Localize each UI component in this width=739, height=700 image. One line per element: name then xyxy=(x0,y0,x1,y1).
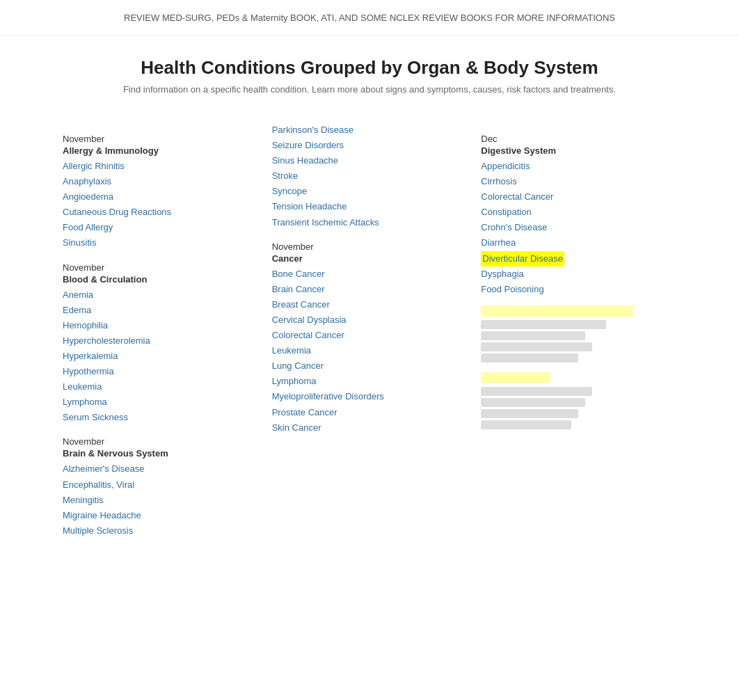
link-migraine[interactable]: Migraine Headache xyxy=(63,508,258,523)
link-cervical-dysplasia[interactable]: Cervical Dysplasia xyxy=(272,312,468,328)
page-subtitle: Find information on a specific health co… xyxy=(0,84,739,95)
link-breast-cancer[interactable]: Breast Cancer xyxy=(272,297,468,312)
blurred-line-5 xyxy=(481,387,592,396)
link-food-poisoning[interactable]: Food Poisoning xyxy=(481,282,676,297)
link-meningitis[interactable]: Meningitis xyxy=(63,493,258,508)
section-brain: November Brain & Nervous System Alzheime… xyxy=(63,436,258,538)
link-lymphoma-blood[interactable]: Lymphoma xyxy=(63,395,258,410)
section-blood: November Blood & Circulation Anemia Edem… xyxy=(63,262,258,426)
link-encephalitis[interactable]: Encephalitis, Viral xyxy=(63,477,258,493)
link-multiple-sclerosis[interactable]: Multiple Sclerosis xyxy=(63,523,258,539)
link-transient-ischemic[interactable]: Transient Ischemic Attacks xyxy=(272,215,468,230)
category-digestive: Digestive System xyxy=(481,145,676,156)
link-prostate-cancer[interactable]: Prostate Cancer xyxy=(272,405,468,420)
link-dysphagia[interactable]: Dysphagia xyxy=(481,267,676,282)
column-3: Dec Digestive System Appendicitis Cirrho… xyxy=(474,122,683,547)
link-colorectal-cancer-2[interactable]: Colorectal Cancer xyxy=(272,328,468,343)
blurred-line-3 xyxy=(481,342,592,351)
section-blurred-1 xyxy=(481,305,676,363)
month-dec: Dec xyxy=(481,134,676,144)
link-myeloproliferative[interactable]: Myeloproliferative Disorders xyxy=(272,389,468,404)
link-food-allergy[interactable]: Food Allergy xyxy=(63,220,258,235)
link-bone-cancer[interactable]: Bone Cancer xyxy=(272,267,468,282)
link-stroke[interactable]: Stroke xyxy=(272,168,468,184)
link-tension-headache[interactable]: Tension Headache xyxy=(272,199,468,214)
link-hypercholesterolemia[interactable]: Hypercholesterolemia xyxy=(63,333,258,349)
link-edema[interactable]: Edema xyxy=(63,303,258,318)
section-cancer: November Cancer Bone Cancer Brain Cancer… xyxy=(272,241,468,436)
link-cutaneous-drug-reactions[interactable]: Cutaneous Drug Reactions xyxy=(63,205,258,220)
link-anaphylaxis[interactable]: Anaphylaxis xyxy=(63,174,258,189)
blurred-line-7 xyxy=(481,409,578,418)
section-digestive: Dec Digestive System Appendicitis Cirrho… xyxy=(481,134,676,297)
link-cirrhosis[interactable]: Cirrhosis xyxy=(481,174,676,189)
category-allergy: Allergy & Immunology xyxy=(63,145,258,156)
link-anemia[interactable]: Anemia xyxy=(63,287,258,303)
link-skin-cancer[interactable]: Skin Cancer xyxy=(272,420,468,436)
top-banner: REVIEW MED-SURG, PEDs & Maternity BOOK, … xyxy=(0,0,739,36)
column-1: November Allergy & Immunology Allergic R… xyxy=(56,122,265,547)
link-diarrhea[interactable]: Diarrhea xyxy=(481,235,676,250)
blurred-line-6 xyxy=(481,398,585,407)
page-title: Health Conditions Grouped by Organ & Bod… xyxy=(0,57,739,79)
section-allergy: November Allergy & Immunology Allergic R… xyxy=(63,134,258,251)
month-nov-1: November xyxy=(63,134,258,144)
blurred-line-1 xyxy=(481,320,606,329)
link-hemophilia[interactable]: Hemophilia xyxy=(63,318,258,333)
month-nov-cancer: November xyxy=(272,241,468,252)
link-leukemia-blood[interactable]: Leukemia xyxy=(63,379,258,395)
link-crohns[interactable]: Crohn's Disease xyxy=(481,220,676,235)
link-brain-cancer[interactable]: Brain Cancer xyxy=(272,282,468,297)
link-sinus-headache[interactable]: Sinus Headache xyxy=(272,153,468,168)
blurred-line-2 xyxy=(481,331,585,340)
link-hypothermia[interactable]: Hypothermia xyxy=(63,364,258,379)
category-blood: Blood & Circulation xyxy=(63,274,258,285)
link-appendicitis[interactable]: Appendicitis xyxy=(481,159,676,174)
column-2: Parkinson's Disease Seizure Disorders Si… xyxy=(265,122,475,547)
link-leukemia-cancer[interactable]: Leukemia xyxy=(272,343,468,358)
link-constipation[interactable]: Constipation xyxy=(481,205,676,220)
month-nov-3: November xyxy=(63,436,258,447)
month-nov-2: November xyxy=(63,262,258,273)
link-serum-sickness[interactable]: Serum Sickness xyxy=(63,410,258,425)
link-parkinsons[interactable]: Parkinson's Disease xyxy=(272,122,468,138)
blurred-highlight-bar xyxy=(481,305,634,317)
blurred-line-8 xyxy=(481,420,571,429)
link-seizure-disorders[interactable]: Seizure Disorders xyxy=(272,138,468,153)
blurred-section-label xyxy=(481,372,550,383)
section-blurred-2 xyxy=(481,372,676,429)
category-brain: Brain & Nervous System xyxy=(63,448,258,459)
link-alzheimers[interactable]: Alzheimer's Disease xyxy=(63,461,258,477)
link-allergic-rhinitis[interactable]: Allergic Rhinitis xyxy=(63,159,258,174)
link-lymphoma-cancer[interactable]: Lymphoma xyxy=(272,374,468,389)
link-sinusitis[interactable]: Sinusitis xyxy=(63,235,258,250)
link-lung-cancer[interactable]: Lung Cancer xyxy=(272,358,468,374)
blurred-line-4 xyxy=(481,353,578,363)
link-diverticular[interactable]: Diverticular Disease xyxy=(481,251,564,267)
link-hyperkalemia[interactable]: Hyperkalemia xyxy=(63,349,258,364)
link-angioedema[interactable]: Angioedema xyxy=(63,189,258,205)
section-nervous-continued: Parkinson's Disease Seizure Disorders Si… xyxy=(272,122,468,230)
link-colorectal-cancer-3[interactable]: Colorectal Cancer xyxy=(481,189,676,205)
category-cancer: Cancer xyxy=(272,253,468,264)
link-syncope[interactable]: Syncope xyxy=(272,184,468,199)
